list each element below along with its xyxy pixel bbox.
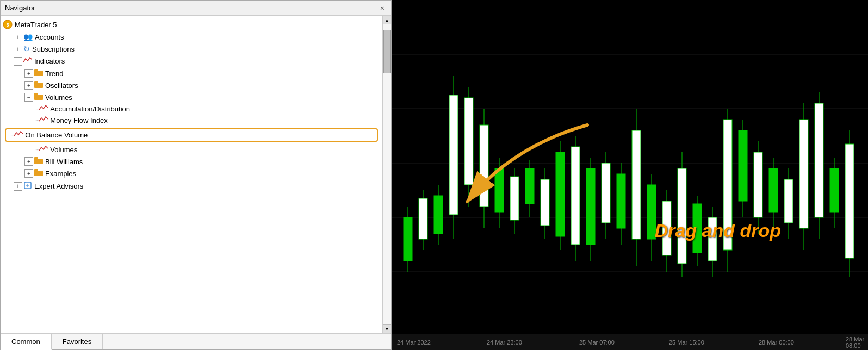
connector-volumes2: ··· — [35, 147, 38, 153]
svg-rect-6 — [34, 95, 43, 100]
svg-rect-50 — [617, 174, 625, 228]
tree-item-acc-dist[interactable]: ··· Accumulation/Distribution — [1, 103, 382, 115]
money-flow-label: Money Flow Index — [50, 116, 108, 124]
svg-rect-10 — [34, 171, 43, 176]
trend-label: Trend — [45, 70, 63, 78]
tree-item-oscillators[interactable]: + Oscillators — [1, 79, 382, 91]
svg-rect-34 — [495, 168, 504, 212]
expand-volumes-icon[interactable]: − — [24, 93, 33, 102]
close-button[interactable]: × — [378, 4, 387, 12]
connector-money-flow: ··· — [35, 117, 38, 123]
oscillators-folder-icon — [34, 81, 43, 90]
tab-favorites[interactable]: Favorites — [52, 334, 103, 349]
tree-item-indicators[interactable]: − Indicators — [1, 55, 382, 67]
expand-oscillators-icon[interactable]: + — [24, 81, 33, 90]
tree-item-expert-advisors[interactable]: + Expert Advisors — [1, 179, 382, 193]
scroll-down-button[interactable]: ▼ — [383, 324, 392, 333]
svg-rect-28 — [449, 95, 458, 215]
tree-item-trend[interactable]: + Trend — [1, 67, 382, 79]
svg-rect-22 — [404, 217, 412, 261]
svg-rect-11 — [34, 169, 38, 171]
examples-folder-icon — [34, 169, 43, 178]
on-balance-label: On Balance Volume — [25, 131, 88, 139]
tree-root-item[interactable]: 5 MetaTrader 5 — [1, 18, 382, 31]
svg-rect-40 — [541, 179, 549, 226]
chart-area: Drag and drop 24 Mar 2022 24 Mar 23:00 2… — [392, 0, 868, 350]
volumes-indicator-label: Volumes — [50, 146, 77, 154]
svg-rect-70 — [769, 168, 778, 212]
tree-item-accounts[interactable]: + 👥 Accounts — [1, 31, 382, 43]
ea-label: Expert Advisors — [34, 182, 83, 190]
svg-rect-68 — [754, 152, 762, 217]
svg-rect-46 — [586, 168, 595, 245]
expand-bill-icon[interactable]: + — [24, 157, 33, 166]
svg-rect-9 — [34, 157, 38, 159]
connector-on-balance: ··· — [10, 132, 13, 138]
tree-item-bill-williams[interactable]: + Bill Williams — [1, 155, 382, 167]
tab-common-label: Common — [11, 338, 40, 346]
svg-rect-26 — [434, 196, 443, 234]
svg-rect-44 — [571, 147, 580, 245]
connector-acc-dist: ··· — [35, 106, 38, 112]
tab-common[interactable]: Common — [1, 334, 52, 350]
mt5-icon: 5 — [3, 20, 13, 29]
expand-trend-icon[interactable]: + — [24, 69, 33, 78]
svg-rect-66 — [739, 130, 747, 201]
svg-rect-58 — [678, 168, 686, 264]
navigator-content: 5 MetaTrader 5 + 👥 Accounts + ↻ Subscrip… — [1, 16, 391, 333]
scrollbar-thumb[interactable] — [383, 30, 391, 73]
subscriptions-label: Subscriptions — [32, 45, 75, 53]
svg-rect-36 — [510, 177, 519, 220]
tree-item-subscriptions[interactable]: + ↻ Subscriptions — [1, 43, 382, 55]
expand-indicators-icon[interactable]: − — [14, 57, 22, 66]
trend-folder-icon — [34, 69, 43, 78]
accounts-icon: 👥 — [23, 33, 33, 41]
svg-rect-7 — [34, 93, 38, 95]
indicators-label: Indicators — [34, 57, 65, 65]
svg-rect-38 — [525, 168, 534, 204]
tree-item-on-balance[interactable]: ··· On Balance Volume — [5, 128, 378, 142]
svg-rect-8 — [34, 159, 43, 164]
accounts-label: Accounts — [35, 33, 64, 41]
scroll-up-button[interactable]: ▲ — [383, 16, 392, 24]
time-label-0: 24 Mar 2022 — [397, 339, 431, 346]
svg-rect-3 — [34, 69, 38, 71]
svg-rect-4 — [34, 83, 43, 88]
bill-williams-label: Bill Williams — [45, 158, 83, 166]
volumes-indicator-icon — [39, 146, 48, 154]
time-label-4: 28 Mar 00:00 — [759, 339, 794, 346]
indicators-icon — [23, 57, 32, 66]
time-label-1: 24 Mar 23:00 — [487, 339, 522, 346]
svg-rect-74 — [799, 120, 808, 228]
svg-rect-30 — [464, 98, 473, 185]
root-label: MetaTrader 5 — [15, 21, 57, 29]
tab-favorites-label: Favorites — [63, 338, 91, 346]
svg-rect-32 — [480, 125, 488, 207]
expand-ea-icon[interactable]: + — [14, 182, 22, 191]
tree-item-examples[interactable]: + Examples — [1, 167, 382, 179]
time-axis: 24 Mar 2022 24 Mar 23:00 25 Mar 07:00 25… — [392, 334, 868, 350]
scrollbar: ▲ ▼ — [382, 16, 391, 333]
acc-dist-icon — [39, 105, 48, 113]
expand-accounts-icon[interactable]: + — [14, 33, 22, 41]
bill-williams-folder-icon — [34, 157, 43, 166]
on-balance-wrapper: ··· On Balance Volume — [1, 126, 382, 144]
svg-rect-72 — [784, 179, 793, 223]
svg-rect-5 — [34, 81, 38, 83]
drag-drop-text: Drag and drop — [655, 220, 781, 241]
examples-label: Examples — [45, 170, 76, 178]
navigator-panel: Navigator × 5 MetaTrader 5 + 👥 Accounts — [0, 0, 392, 350]
tree-item-volumes-indicator[interactable]: ··· Volumes — [1, 144, 382, 155]
tree-item-volumes-folder[interactable]: − Volumes — [1, 91, 382, 103]
expand-subscriptions-icon[interactable]: + — [14, 45, 22, 53]
expand-examples-icon[interactable]: + — [24, 169, 33, 178]
svg-rect-15 — [392, 0, 868, 334]
acc-dist-label: Accumulation/Distribution — [50, 105, 130, 113]
svg-rect-24 — [419, 198, 427, 239]
tree-area: 5 MetaTrader 5 + 👥 Accounts + ↻ Subscrip… — [1, 16, 382, 333]
svg-text:5: 5 — [6, 22, 9, 28]
navigator-tabs: Common Favorites — [1, 333, 391, 349]
scrollbar-track[interactable] — [383, 24, 391, 324]
tree-item-money-flow[interactable]: ··· Money Flow Index — [1, 115, 382, 126]
oscillators-label: Oscillators — [45, 82, 78, 90]
